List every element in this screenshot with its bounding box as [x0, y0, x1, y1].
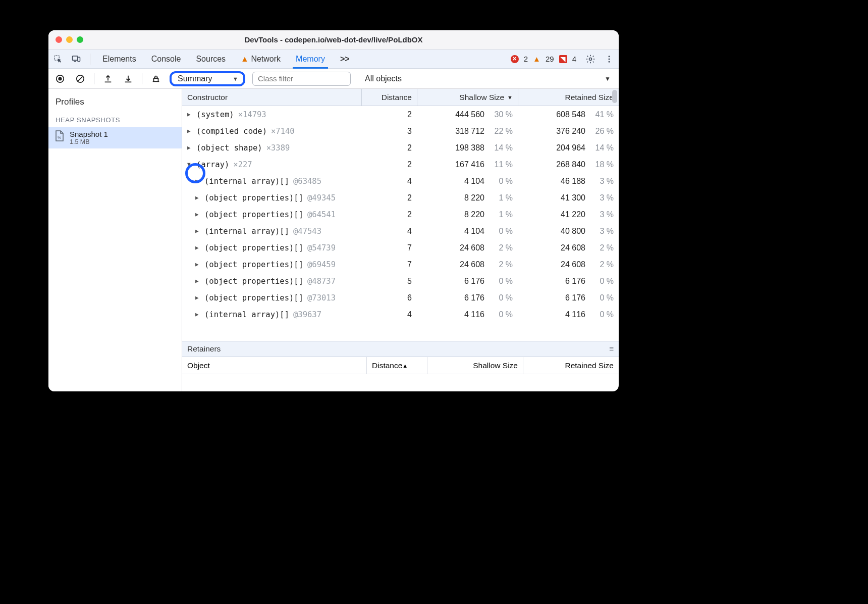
window-controls: [56, 36, 83, 43]
retained-cell: 46 1883 %: [518, 177, 619, 186]
retained-cell: 24 6082 %: [518, 243, 619, 253]
object-id: @63485: [293, 177, 321, 186]
object-filter-select[interactable]: All objects: [361, 74, 406, 83]
tab-elements[interactable]: Elements: [99, 50, 139, 68]
view-select[interactable]: Summary: [170, 71, 245, 86]
table-row[interactable]: ▶(object properties)[] @6454128 2201 %41…: [182, 206, 619, 223]
tab-sources[interactable]: Sources: [193, 50, 229, 68]
snapshot-item[interactable]: % Snapshot 1 1.5 MB: [48, 127, 182, 148]
disclosure-triangle-icon[interactable]: ▶: [195, 178, 200, 184]
distance-cell: 7: [361, 260, 417, 269]
disclosure-triangle-icon[interactable]: ▶: [187, 111, 192, 118]
retained-cell: 4 1160 %: [518, 310, 619, 319]
zoom-window-button[interactable]: [77, 36, 83, 43]
retained-cell: 608 54841 %: [518, 110, 619, 119]
distance-cell: 6: [361, 293, 417, 303]
retained-cell: 41 2203 %: [518, 210, 619, 219]
disclosure-triangle-icon[interactable]: ▶: [195, 228, 200, 234]
constructor-name: (object shape): [196, 143, 262, 153]
minimize-window-button[interactable]: [66, 36, 73, 43]
tab-network-label: Network: [251, 55, 281, 63]
table-row[interactable]: ▶(compiled code) ×71403318 71222 %376 24…: [182, 123, 619, 139]
devtools-window: DevTools - codepen.io/web-dot-dev/live/P…: [48, 30, 619, 391]
svg-point-8: [58, 77, 62, 80]
disclosure-triangle-icon[interactable]: ▶: [195, 194, 200, 201]
rcol-retained[interactable]: Retained Size: [523, 357, 619, 374]
distance-cell: 2: [361, 143, 417, 153]
col-retained[interactable]: Retained Size: [518, 89, 619, 106]
disclosure-triangle-icon[interactable]: ▶: [195, 294, 200, 301]
record-button[interactable]: [53, 72, 67, 85]
device-toolbar-icon[interactable]: [72, 55, 81, 64]
table-row[interactable]: ▶(object shape) ×33892198 38814 %204 964…: [182, 139, 619, 156]
constructor-name: (object properties)[]: [204, 293, 303, 303]
constructor-name: (object properties)[]: [204, 277, 303, 286]
retainers-title: Retainers: [187, 344, 221, 354]
shallow-cell: 8 2201 %: [417, 210, 518, 219]
table-row[interactable]: ▶(object properties)[] @69459724 6082 %2…: [182, 256, 619, 273]
status-counters[interactable]: ✕ 2 ▲ 29 ◥ 4: [511, 55, 576, 63]
clear-button[interactable]: [74, 72, 87, 85]
rcol-shallow[interactable]: Shallow Size: [427, 357, 523, 374]
rcol-distance[interactable]: Distance▲: [366, 357, 427, 374]
tab-network[interactable]: ▲ Network: [238, 50, 284, 68]
table-row[interactable]: ▶(object properties)[] @4873756 1760 %6 …: [182, 273, 619, 289]
shallow-cell: 167 41611 %: [417, 160, 518, 169]
object-id: @54739: [307, 243, 336, 253]
distance-cell: 5: [361, 277, 417, 286]
disclosure-triangle-icon[interactable]: ▶: [195, 244, 200, 251]
count-label: ×7140: [271, 127, 295, 136]
col-distance[interactable]: Distance: [361, 89, 417, 106]
close-window-button[interactable]: [56, 36, 62, 43]
hamburger-icon[interactable]: ≡: [609, 344, 614, 354]
inspect-icon[interactable]: [53, 55, 63, 64]
import-button[interactable]: [122, 72, 135, 85]
svg-rect-1: [73, 56, 78, 60]
disclosure-triangle-icon[interactable]: ▶: [195, 261, 200, 268]
table-row[interactable]: ▶(object properties)[] @4934528 2201 %41…: [182, 189, 619, 206]
table-row[interactable]: ▶(internal array)[] @6348544 1040 %46 18…: [182, 173, 619, 189]
profiles-sidebar: Profiles HEAP SNAPSHOTS % Snapshot 1 1.5…: [48, 89, 182, 391]
table-body: ▶(system) ×147932444 56030 %608 54841 %▶…: [182, 106, 619, 341]
retained-cell: 24 6082 %: [518, 260, 619, 269]
export-button[interactable]: [101, 72, 115, 85]
kebab-menu-button[interactable]: [605, 55, 614, 64]
disclosure-triangle-icon[interactable]: ▼: [187, 161, 192, 168]
divider: [94, 73, 94, 84]
chevron-down-icon[interactable]: ▼: [605, 75, 611, 82]
divider: [90, 54, 90, 65]
object-id: @64541: [307, 210, 336, 219]
warning-icon: ▲: [533, 55, 540, 63]
class-filter-input[interactable]: [252, 72, 351, 86]
settings-button[interactable]: [585, 54, 595, 64]
table-row[interactable]: ▶(object properties)[] @7301366 1760 %6 …: [182, 289, 619, 306]
tab-memory[interactable]: Memory: [293, 49, 328, 69]
object-id: @39637: [293, 310, 321, 319]
scrollbar-thumb[interactable]: [612, 90, 617, 103]
disclosure-triangle-icon[interactable]: ▶: [195, 211, 200, 218]
col-shallow[interactable]: Shallow Size▼: [417, 89, 518, 106]
disclosure-triangle-icon[interactable]: ▶: [195, 278, 200, 284]
disclosure-triangle-icon[interactable]: ▶: [195, 311, 200, 318]
table-row[interactable]: ▶(object properties)[] @54739724 6082 %2…: [182, 239, 619, 256]
distance-cell: 2: [361, 193, 417, 203]
snapshot-icon: %: [55, 130, 65, 142]
panel-tabs: Elements Console Sources ▲ Network Memor…: [48, 49, 619, 69]
table-header: Constructor Distance Shallow Size▼ Retai…: [182, 89, 619, 106]
svg-text:%: %: [58, 135, 61, 140]
constructor-name: (object properties)[]: [204, 243, 303, 253]
tabs-overflow-button[interactable]: >>: [337, 50, 353, 68]
disclosure-triangle-icon[interactable]: ▶: [187, 128, 192, 134]
tab-console[interactable]: Console: [148, 50, 184, 68]
table-row[interactable]: ▼(array) ×2272167 41611 %268 84018 %: [182, 156, 619, 173]
svg-point-5: [609, 58, 610, 60]
disclosure-triangle-icon[interactable]: ▶: [187, 144, 192, 151]
snapshot-size: 1.5 MB: [70, 138, 108, 145]
retainers-columns: Object Distance▲ Shallow Size Retained S…: [182, 357, 619, 374]
rcol-object[interactable]: Object: [182, 357, 366, 374]
table-row[interactable]: ▶(internal array)[] @3963744 1160 %4 116…: [182, 306, 619, 323]
table-row[interactable]: ▶(internal array)[] @4754344 1040 %40 80…: [182, 223, 619, 239]
collect-garbage-button[interactable]: [149, 72, 162, 85]
col-constructor[interactable]: Constructor: [182, 93, 361, 102]
table-row[interactable]: ▶(system) ×147932444 56030 %608 54841 %: [182, 106, 619, 123]
